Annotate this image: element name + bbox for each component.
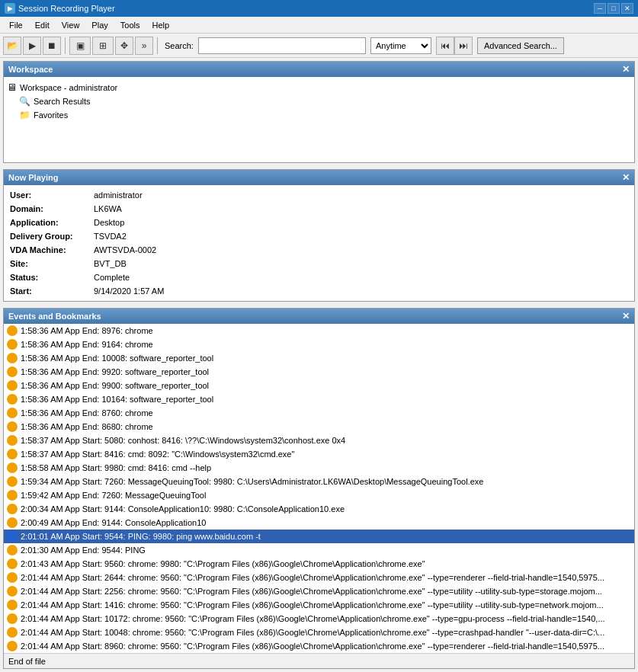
search-results-icon: 🔍 bbox=[19, 96, 30, 107]
event-icon bbox=[7, 517, 18, 528]
search-input[interactable] bbox=[198, 37, 366, 54]
search-results-item[interactable]: 🔍 Search Results bbox=[7, 94, 631, 108]
event-row[interactable]: 1:58:37 AM App Start: 5080: conhost: 841… bbox=[4, 434, 634, 447]
event-row[interactable]: 2:01:44 AM App Start: 10048: chrome: 956… bbox=[4, 626, 634, 639]
menu-help[interactable]: Help bbox=[146, 19, 175, 31]
now-playing-close-button[interactable]: ✕ bbox=[622, 172, 630, 183]
event-row[interactable]: 1:58:58 AM App Start: 9980: cmd: 8416: c… bbox=[4, 461, 634, 475]
app-icon: ▶ bbox=[5, 3, 15, 14]
event-row[interactable]: 1:58:36 AM App End: 8680: chrome bbox=[4, 420, 634, 434]
workspace-close-button[interactable]: ✕ bbox=[622, 64, 630, 75]
event-text: 2:00:34 AM App Start: 9144: ConsoleAppli… bbox=[21, 503, 345, 515]
events-panel: Events and Bookmarks ✕ 1:58:36 AM App En… bbox=[3, 308, 635, 669]
search-next-button[interactable]: ⏭ bbox=[454, 37, 473, 55]
close-button[interactable]: ✕ bbox=[621, 3, 633, 14]
np-status-label: Status: bbox=[10, 271, 94, 283]
title-bar-buttons: ─ □ ✕ bbox=[594, 3, 633, 14]
np-domain-value: LK6WA bbox=[94, 203, 628, 215]
event-text: 1:59:34 AM App Start: 7260: MessageQueui… bbox=[21, 475, 483, 488]
event-text: 2:01:44 AM App Start: 10048: chrome: 956… bbox=[21, 626, 604, 638]
np-app-value: Desktop bbox=[94, 216, 628, 229]
event-text: 2:00:49 AM App End: 9144: ConsoleApplica… bbox=[21, 517, 206, 529]
event-text: 2:01:30 AM App End: 9544: PING bbox=[21, 544, 146, 556]
workspace-icon: 🖥 bbox=[7, 82, 17, 93]
event-row[interactable]: 2:01:44 AM App Start: 2644: chrome: 9560… bbox=[4, 571, 634, 584]
event-row[interactable]: 1:59:34 AM App Start: 7260: MessageQueui… bbox=[4, 475, 634, 488]
title-bar: ▶ Session Recording Player ─ □ ✕ bbox=[0, 0, 638, 17]
event-icon bbox=[7, 558, 18, 569]
event-row[interactable]: 2:00:49 AM App End: 9144: ConsoleApplica… bbox=[4, 516, 634, 530]
workspace-root-item[interactable]: 🖥 Workspace - administrator bbox=[7, 80, 631, 94]
search-prev-button[interactable]: ⏮ bbox=[436, 37, 454, 55]
menu-tools[interactable]: Tools bbox=[114, 19, 146, 31]
menu-file[interactable]: File bbox=[3, 19, 29, 31]
event-icon bbox=[7, 572, 18, 583]
event-text: 2:01:44 AM App Start: 1416: chrome: 9560… bbox=[21, 599, 604, 611]
favorites-item[interactable]: 📁 Favorites bbox=[7, 108, 631, 122]
event-row[interactable]: 2:00:34 AM App Start: 9144: ConsoleAppli… bbox=[4, 502, 634, 516]
view-btn-3[interactable]: ✥ bbox=[115, 37, 133, 55]
np-app-row: Application: Desktop bbox=[10, 216, 628, 229]
event-icon bbox=[7, 394, 18, 405]
stop-button[interactable]: ⏹ bbox=[43, 37, 61, 55]
event-row[interactable]: 1:58:36 AM App End: 10008: software_repo… bbox=[4, 351, 634, 365]
advanced-search-button[interactable]: Advanced Search... bbox=[477, 37, 564, 54]
event-row[interactable]: 2:01:30 AM App End: 9544: PING bbox=[4, 543, 634, 557]
event-text: 2:01:44 AM App Start: 2644: chrome: 9560… bbox=[21, 571, 604, 584]
event-row[interactable]: 1:58:37 AM App Start: 8416: cmd: 8092: "… bbox=[4, 447, 634, 461]
play-button[interactable]: ▶ bbox=[23, 37, 41, 55]
event-text: 1:59:42 AM App End: 7260: MessageQueuing… bbox=[21, 489, 206, 501]
event-icon bbox=[7, 545, 18, 555]
event-icon bbox=[7, 600, 18, 610]
np-dg-row: Delivery Group: TSVDA2 bbox=[10, 229, 628, 243]
menu-play[interactable]: Play bbox=[85, 19, 114, 31]
maximize-button[interactable]: □ bbox=[608, 3, 620, 14]
event-row[interactable]: 2:01:44 AM App Start: 2256: chrome: 9560… bbox=[4, 584, 634, 598]
event-row[interactable]: 2:01:44 AM App Start: 1416: chrome: 9560… bbox=[4, 598, 634, 612]
menu-edit[interactable]: Edit bbox=[29, 19, 56, 31]
events-list: 1:58:36 AM App End: 8976: chrome1:58:36 … bbox=[4, 324, 634, 653]
open-button[interactable]: 📂 bbox=[3, 37, 21, 55]
event-row[interactable]: 1:58:36 AM App End: 8760: chrome bbox=[4, 406, 634, 420]
event-row[interactable]: 2:01:43 AM App Start: 9560: chrome: 9980… bbox=[4, 557, 634, 571]
np-vda-value: AWTSVDA-0002 bbox=[94, 244, 628, 256]
menu-view[interactable]: View bbox=[56, 19, 86, 31]
event-row[interactable]: 1:58:36 AM App End: 9164: chrome bbox=[4, 338, 634, 351]
event-text: 1:58:36 AM App End: 8976: chrome bbox=[21, 325, 153, 337]
status-bar: End of file bbox=[4, 653, 634, 668]
view-btn-2[interactable]: ⊞ bbox=[92, 37, 114, 55]
np-vda-label: VDA Machine: bbox=[10, 244, 94, 256]
favorites-icon: 📁 bbox=[19, 110, 30, 120]
np-status-value: Complete bbox=[94, 271, 628, 283]
view-btn-1[interactable]: ▣ bbox=[69, 37, 91, 55]
title-bar-text: Session Recording Player bbox=[18, 4, 115, 13]
event-row[interactable]: 2:01:44 AM App Start: 10172: chrome: 956… bbox=[4, 612, 634, 626]
event-text: 2:01:44 AM App Start: 10172: chrome: 956… bbox=[21, 613, 605, 625]
event-row[interactable]: 2:01:44 AM App Start: 8960: chrome: 9560… bbox=[4, 639, 634, 653]
event-row[interactable]: 1:59:42 AM App End: 7260: MessageQueuing… bbox=[4, 488, 634, 502]
time-filter-dropdown[interactable]: Anytime Today Yesterday This Week This M… bbox=[370, 37, 431, 54]
event-text: 1:58:58 AM App Start: 9980: cmd: 8416: c… bbox=[21, 462, 211, 474]
event-icon bbox=[7, 435, 18, 446]
np-app-label: Application: bbox=[10, 216, 94, 229]
event-row[interactable]: 1:58:36 AM App End: 9900: software_repor… bbox=[4, 379, 634, 392]
toolbar: 📂 ▶ ⏹ ▣ ⊞ ✥ » Search: Anytime Today Yest… bbox=[0, 34, 638, 58]
minimize-button[interactable]: ─ bbox=[594, 3, 606, 14]
now-playing-header: Now Playing ✕ bbox=[4, 170, 634, 185]
event-row[interactable]: 1:58:36 AM App End: 10164: software_repo… bbox=[4, 392, 634, 406]
workspace-admin-label: Workspace - administrator bbox=[20, 83, 117, 92]
event-row[interactable]: 1:58:36 AM App End: 9920: software_repor… bbox=[4, 365, 634, 379]
event-row[interactable]: 1:58:36 AM App End: 8976: chrome bbox=[4, 324, 634, 338]
events-close-button[interactable]: ✕ bbox=[622, 311, 630, 322]
favorites-label: Favorites bbox=[34, 110, 68, 120]
np-vda-row: VDA Machine: AWTSVDA-0002 bbox=[10, 243, 628, 257]
event-icon bbox=[7, 353, 18, 363]
np-dg-label: Delivery Group: bbox=[10, 230, 94, 242]
menu-bar: File Edit View Play Tools Help bbox=[0, 17, 638, 34]
view-btn-4[interactable]: » bbox=[135, 37, 153, 55]
event-text: 1:58:36 AM App End: 10008: software_repo… bbox=[21, 352, 213, 364]
np-start-row: Start: 9/14/2020 1:57 AM bbox=[10, 284, 628, 298]
event-icon bbox=[7, 325, 18, 336]
event-row[interactable]: 2:01:01 AM App Start: 9544: PING: 9980: … bbox=[4, 530, 634, 543]
event-icon bbox=[7, 462, 18, 473]
